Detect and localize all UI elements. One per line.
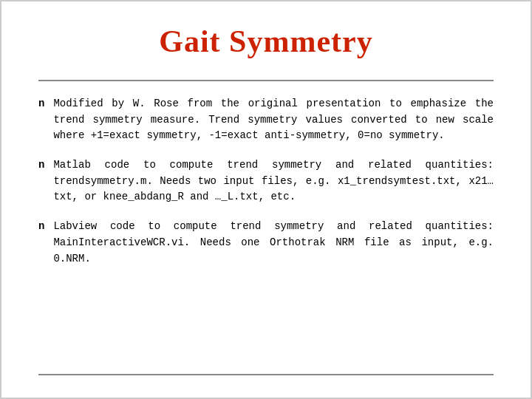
bullet-item-3: n Labview code to compute trend symmetry…: [38, 219, 494, 267]
content-area: n Modified by W. Rose from the original …: [38, 96, 494, 359]
bottom-divider: [38, 374, 494, 375]
bullet-marker-1: n: [38, 98, 44, 109]
bullet-item-1: n Modified by W. Rose from the original …: [38, 96, 494, 144]
bullet-item-2: n Matlab code to compute trend symmetry …: [38, 157, 494, 205]
slide-container: Gait Symmetry n Modified by W. Rose from…: [0, 0, 532, 399]
bullet-text-3: Labview code to compute trend symmetry a…: [53, 219, 494, 267]
top-divider: [38, 80, 494, 81]
bullet-marker-2: n: [38, 159, 44, 171]
bullet-marker-3: n: [38, 220, 44, 232]
slide-title: Gait Symmetry: [38, 24, 494, 59]
bullet-text-1: Modified by W. Rose from the original pr…: [53, 96, 494, 144]
bullet-text-2: Matlab code to compute trend symmetry an…: [53, 157, 494, 205]
